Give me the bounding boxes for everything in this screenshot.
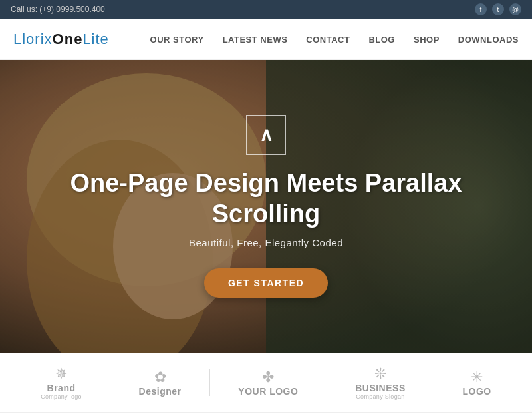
logo-part3: Lite bbox=[82, 31, 108, 47]
brand-name-4: BUSINESS bbox=[355, 383, 406, 393]
phone-number: Call us: (+9) 0999.500.400 bbox=[11, 5, 105, 14]
nav-item-downloads[interactable]: DOWNLOADS bbox=[458, 33, 519, 45]
brand-tagline-1: Company logo bbox=[41, 393, 82, 400]
brands-section: Brand Company logo Designer YOUR LOGO BU… bbox=[0, 353, 532, 413]
brand-item-1: Brand Company logo bbox=[41, 365, 82, 400]
brand-divider-1 bbox=[110, 369, 110, 396]
facebook-icon[interactable]: f bbox=[475, 3, 487, 15]
twitter-icon[interactable]: t bbox=[492, 3, 504, 15]
brand-item-4: BUSINESS Company Slogan bbox=[355, 365, 406, 400]
nav-links: OUR STORY LATEST NEWS CONTACT BLOG SHOP … bbox=[150, 33, 519, 45]
nav-link-contact[interactable]: CONTACT bbox=[306, 35, 350, 45]
brand-name-1: Brand bbox=[47, 383, 76, 393]
brand-item-2: Designer bbox=[139, 369, 182, 397]
logo-part2: One bbox=[53, 31, 83, 47]
site-logo[interactable]: LlorixOneLite bbox=[13, 31, 109, 48]
brand-divider-4 bbox=[434, 369, 434, 396]
nav-link-news[interactable]: LATEST NEWS bbox=[223, 35, 288, 45]
nav-item-contact[interactable]: CONTACT bbox=[306, 33, 350, 45]
brand-item-5: LOGO bbox=[463, 369, 491, 397]
brand-icon-snowflake bbox=[374, 365, 386, 383]
brand-icon-asterisk bbox=[471, 369, 483, 386]
brand-name-5: LOGO bbox=[463, 386, 491, 397]
nav-link-blog[interactable]: BLOG bbox=[368, 35, 395, 45]
nav-link-shop[interactable]: SHOP bbox=[414, 35, 440, 45]
hero-subtitle: Beautiful, Free, Elegantly Coded bbox=[27, 237, 505, 248]
brand-divider-2 bbox=[209, 369, 210, 396]
brand-icon-star bbox=[154, 369, 166, 386]
main-nav: LlorixOneLite OUR STORY LATEST NEWS CONT… bbox=[0, 19, 532, 60]
brand-tagline-4: Company Slogan bbox=[356, 393, 404, 400]
hero-section: ∧ One-Page Design Meets Parallax Scrolli… bbox=[0, 60, 532, 353]
hero-logo-icon: ∧ bbox=[259, 124, 273, 146]
brand-item-3: YOUR LOGO bbox=[238, 369, 298, 397]
nav-item-news[interactable]: LATEST NEWS bbox=[223, 33, 288, 45]
top-bar: Call us: (+9) 0999.500.400 f t @ bbox=[0, 0, 532, 19]
nav-item-blog[interactable]: BLOG bbox=[368, 33, 395, 45]
brand-icon-leaf bbox=[262, 369, 274, 386]
get-started-button[interactable]: GET STARTED bbox=[204, 268, 328, 298]
hero-content: ∧ One-Page Design Meets Parallax Scrolli… bbox=[0, 115, 532, 298]
nav-link-downloads[interactable]: DOWNLOADS bbox=[458, 35, 519, 45]
brand-divider-3 bbox=[327, 369, 327, 396]
nav-item-story[interactable]: OUR STORY bbox=[150, 33, 204, 45]
nav-link-story[interactable]: OUR STORY bbox=[150, 35, 204, 45]
social-links: f t @ bbox=[475, 3, 521, 15]
brand-icon-crown bbox=[55, 365, 67, 383]
email-icon[interactable]: @ bbox=[509, 3, 521, 15]
hero-logo-box: ∧ bbox=[246, 115, 286, 155]
brand-name-3: YOUR LOGO bbox=[238, 386, 298, 397]
logo-part1: Llorix bbox=[13, 31, 53, 47]
brand-name-2: Designer bbox=[139, 386, 182, 397]
nav-item-shop[interactable]: SHOP bbox=[414, 33, 440, 45]
hero-title: One-Page Design Meets Parallax Scrolling bbox=[27, 168, 505, 229]
